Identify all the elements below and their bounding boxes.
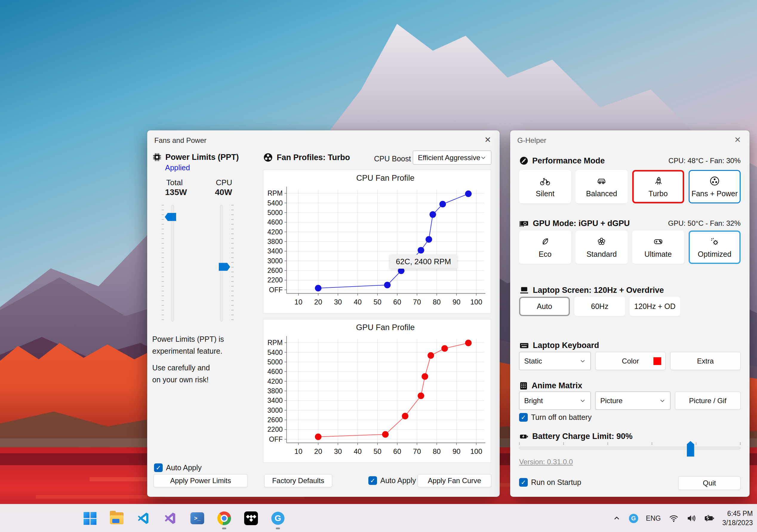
cpu-boost-label: CPU Boost [374,154,411,163]
file-explorer-icon[interactable] [110,512,124,525]
cpu-temp-fan-status: CPU: 48°C - Fan: 30% [668,156,741,165]
mode-turbo-button[interactable]: Turbo [632,170,684,203]
keyboard-extra-button[interactable]: Extra [670,352,741,370]
language-indicator[interactable]: ENG [646,515,661,522]
laptop-keyboard-header-row: Laptop Keyboard [519,341,741,350]
keyboard-controls-row: Static Color Extra [519,352,741,370]
svg-text:100: 100 [470,298,482,306]
svg-text:60: 60 [393,447,401,455]
ghelper-titlebar[interactable]: G-Helper ✕ [510,130,749,148]
svg-text:60: 60 [393,298,401,306]
tidal-icon[interactable] [244,512,258,525]
power-auto-apply-checkbox[interactable]: ✓ [154,463,163,472]
screen-auto-button[interactable]: Auto [519,297,570,316]
factory-defaults-button[interactable]: Factory Defaults [264,474,332,487]
svg-text:90: 90 [453,447,461,455]
wifi-icon[interactable] [669,514,679,523]
powershell-icon[interactable]: >_ [191,512,204,525]
version-link[interactable]: Version: 0.31.0.0 [519,458,573,466]
laptop-screen-header: Laptop Screen: 120Hz + Overdrive [533,286,664,295]
svg-text:3800: 3800 [267,387,283,395]
power-auto-apply-row: ✓ Auto Apply [154,463,202,472]
fan-profiles-header: Fan Profiles: Turbo [263,153,350,162]
vscode-icon[interactable] [137,512,150,525]
run-on-startup-row: ✓ Run on Startup [519,478,581,487]
chevron-down-icon [580,398,586,404]
gpu-ultimate-button[interactable]: Ultimate [632,231,684,264]
apply-fan-curve-button[interactable]: Apply Fan Curve [418,474,491,487]
close-icon[interactable]: ✕ [482,134,494,145]
cpu-slider-thumb[interactable] [219,263,230,271]
cpu-fan-chart[interactable]: CPU Fan ProfileOFF2200260030003400380042… [263,170,491,314]
fan-auto-apply-checkbox[interactable]: ✓ [368,476,377,485]
cpu-boost-dropdown[interactable]: Efficient Aggressive [413,151,491,165]
fans-window-titlebar[interactable]: Fans and Power ✕ [147,130,500,148]
gpu-mode-buttons: Eco Standard Ultimate Optimized [519,231,741,264]
battery-slider-thumb[interactable] [687,441,694,457]
gpu-icon [519,219,529,228]
total-slider-track[interactable] [171,205,174,322]
power-limits-header-label: Power Limits (PPT) [166,153,239,162]
tray-chevron-up-icon[interactable] [612,514,621,523]
mode-balanced-button[interactable]: Balanced [576,170,627,203]
keyboard-color-button[interactable]: Color [595,352,666,370]
visual-studio-icon[interactable] [164,512,177,525]
close-icon[interactable]: ✕ [732,134,743,145]
svg-text:70: 70 [413,447,421,455]
total-slider-thumb[interactable] [165,213,176,221]
screen-60hz-button[interactable]: 60Hz [574,297,625,316]
volume-icon[interactable] [686,514,696,523]
svg-text:3800: 3800 [267,238,283,245]
battery-icon [519,433,529,441]
matrix-content-dropdown[interactable]: Picture [595,392,670,410]
matrix-brightness-dropdown[interactable]: Bright [519,392,591,410]
total-slider-value: 135W [165,187,187,197]
svg-text:OFF: OFF [269,435,283,443]
svg-text:20: 20 [314,298,322,306]
svg-text:10: 10 [294,298,302,306]
svg-text:3000: 3000 [267,406,283,414]
turn-off-on-battery-checkbox[interactable]: ✓ [519,413,528,422]
performance-mode-buttons: Silent Balanced Turbo Fans + [519,170,741,203]
turn-off-on-battery-label: Turn off on battery [531,413,591,422]
gpu-eco-button[interactable]: Eco [519,231,571,264]
power-auto-apply-label: Auto Apply [166,463,202,472]
run-on-startup-checkbox[interactable]: ✓ [519,478,528,487]
apply-power-limits-button[interactable]: Apply Power Limits [153,474,248,487]
gpu-fan-chart[interactable]: GPU Fan ProfileOFF2200260030003400380042… [263,320,491,463]
tray-date: 3/18/2023 [722,518,753,527]
battery-slider-track[interactable] [519,447,741,449]
fan-icon [709,176,720,186]
fan-auto-apply-row: ✓ Auto Apply [368,476,416,485]
ghelper-taskbar-icon[interactable]: G [271,512,285,525]
start-button[interactable] [83,512,97,525]
svg-text:20: 20 [314,447,322,455]
svg-text:OFF: OFF [269,286,283,294]
fan-auto-apply-label: Auto Apply [380,476,416,485]
gamepad-icon [653,236,664,247]
ghelper-tray-icon[interactable]: G [629,514,638,523]
gpu-mode-header: GPU Mode: iGPU + dGPU [533,219,630,228]
chrome-icon[interactable] [217,512,231,525]
mode-fans-power-button[interactable]: Fans + Power [689,170,741,203]
cpu-slider-ticks [231,205,234,322]
gpu-standard-button[interactable]: Standard [576,231,627,264]
gpu-fan-chart-panel: GPU Fan ProfileOFF2200260030003400380042… [263,319,491,463]
screen-120hz-od-button[interactable]: 120Hz + OD [629,297,680,316]
gpu-optimized-button[interactable]: Optimized [689,231,741,264]
matrix-picture-gif-button[interactable]: Picture / Gif [675,392,741,410]
battery-charging-icon[interactable] [704,514,714,523]
run-on-startup-label: Run on Startup [531,478,581,487]
taskbar-clock[interactable]: 6:45 PM 3/18/2023 [722,509,753,527]
total-slider-ticks [162,205,164,322]
bicycle-icon [540,176,550,186]
performance-mode-header: Performance Mode [532,156,605,165]
leaf-icon [540,236,550,247]
svg-text:50: 50 [374,447,381,455]
rocket-icon [653,176,664,186]
gpu-temp-fan-status: GPU: 50°C - Fan: 32% [668,219,741,228]
mode-silent-button[interactable]: Silent [519,170,571,203]
keyboard-mode-dropdown[interactable]: Static [519,352,591,370]
quit-button[interactable]: Quit [678,476,741,490]
cpu-slider-label: CPU [216,178,232,187]
